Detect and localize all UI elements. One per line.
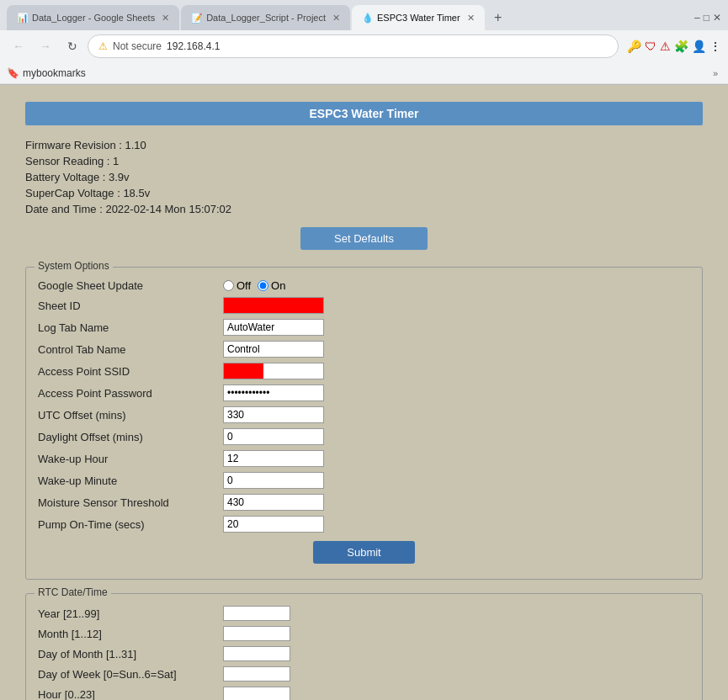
tab-label-3: ESPC3 Water Timer <box>377 13 460 23</box>
ap-ssid-row: Access Point SSID <box>38 363 690 379</box>
info-section: Firmware Revision : 1.10 Sensor Reading … <box>25 139 703 215</box>
supercap-line: SuperCap Voltage : 18.5v <box>25 187 703 199</box>
forward-button[interactable]: → <box>34 34 57 58</box>
utc-label: UTC Offset (mins) <box>38 409 223 422</box>
wakeup-min-input[interactable] <box>223 472 324 489</box>
new-tab-button[interactable]: + <box>486 6 510 29</box>
utc-row: UTC Offset (mins) <box>38 406 690 423</box>
nav-bar: ← → ↻ ⚠ Not secure 192.168.4.1 🔑 🛡 ⚠ 🧩 👤… <box>0 30 728 62</box>
reload-button[interactable]: ↻ <box>61 34 84 58</box>
tab-close-3[interactable]: ✕ <box>467 13 475 24</box>
tab-data-logger-sheets[interactable]: 📊 Data_Logger - Google Sheets ✕ <box>7 5 179 30</box>
tab-bar: 📊 Data_Logger - Google Sheets ✕ 📝 Data_L… <box>0 0 728 30</box>
bookmarks-more[interactable]: » <box>713 68 718 78</box>
not-secure-label: Not secure <box>113 40 162 52</box>
rtc-hour-input[interactable] <box>223 687 290 700</box>
tab-close-1[interactable]: ✕ <box>162 13 169 24</box>
log-tab-input[interactable] <box>223 319 324 336</box>
battery-value: 3.9v <box>109 171 130 183</box>
rtc-year-input[interactable] <box>223 606 290 621</box>
tab-close-2[interactable]: ✕ <box>332 13 340 24</box>
tab-favicon-2: 📝 <box>191 13 203 24</box>
bookmarks-bar: 🔖 mybookmarks » <box>0 62 728 84</box>
rtc-dom-row: Day of Month [1..31] <box>38 646 690 661</box>
sensor-label: Sensor Reading : <box>25 155 109 167</box>
log-tab-label: Log Tab Name <box>38 321 223 334</box>
tab-data-logger-script[interactable]: 📝 Data_Logger_Script - Project ✕ <box>181 5 350 30</box>
datetime-value: 2022-02-14 Mon 15:07:02 <box>105 203 231 215</box>
daylight-input[interactable] <box>223 428 324 445</box>
tab-espc3-water-timer[interactable]: 💧 ESPC3 Water Timer ✕ <box>352 5 485 30</box>
moisture-input[interactable] <box>223 494 324 511</box>
rtc-dom-input[interactable] <box>223 646 290 661</box>
bookmarks-label: mybookmarks <box>23 67 86 79</box>
back-button[interactable]: ← <box>7 34 30 58</box>
battery-line: Battery Voltage : 3.9v <box>25 171 703 183</box>
supercap-value: 18.5v <box>123 187 150 199</box>
alert-icon: ⚠ <box>660 40 671 53</box>
nav-right-icons: 🔑 🛡 ⚠ 🧩 👤 ⋮ <box>627 40 721 53</box>
sheet-id-input[interactable] <box>223 297 324 314</box>
radio-off-label[interactable]: Off <box>223 279 251 292</box>
system-options-legend: System Options <box>35 260 113 272</box>
utc-input[interactable] <box>223 406 324 423</box>
close-button[interactable]: ✕ <box>713 12 721 24</box>
rtc-month-label: Month [1..12] <box>38 628 223 640</box>
radio-on-label[interactable]: On <box>258 279 285 292</box>
tab-favicon-3: 💧 <box>362 13 374 24</box>
wakeup-min-label: Wake-up Minute <box>38 475 223 487</box>
rtc-dow-label: Day of Week [0=Sun..6=Sat] <box>38 668 223 681</box>
restore-button[interactable]: □ <box>704 12 709 24</box>
menu-icon[interactable]: ⋮ <box>709 40 721 53</box>
datetime-label: Date and Time : <box>25 203 103 215</box>
page-title-bar: ESPC3 Water Timer <box>25 102 703 125</box>
pump-label: Pump On-Time (secs) <box>38 518 223 531</box>
pump-row: Pump On-Time (secs) <box>38 516 690 533</box>
rtc-dom-label: Day of Month [1..31] <box>38 648 223 660</box>
sheet-id-row: Sheet ID <box>38 297 690 314</box>
wakeup-min-row: Wake-up Minute <box>38 472 690 489</box>
ap-ssid-input[interactable] <box>223 363 324 379</box>
key-icon: 🔑 <box>627 40 641 53</box>
control-tab-input[interactable] <box>223 341 324 358</box>
set-defaults-button[interactable]: Set Defaults <box>300 227 428 250</box>
radio-on[interactable] <box>258 280 268 291</box>
shield-icon: 🛡 <box>645 40 656 53</box>
url-text: 192.168.4.1 <box>167 40 220 52</box>
wakeup-hour-label: Wake-up Hour <box>38 453 223 465</box>
sensor-value: 1 <box>113 155 119 167</box>
datetime-line: Date and Time : 2022-02-14 Mon 15:07:02 <box>25 203 703 215</box>
wakeup-hour-input[interactable] <box>223 450 324 467</box>
tab-favicon-1: 📊 <box>17 13 29 24</box>
ap-pass-input[interactable] <box>223 384 324 401</box>
ap-pass-label: Access Point Password <box>38 387 223 400</box>
daylight-label: Daylight Offset (mins) <box>38 431 223 443</box>
pump-input[interactable] <box>223 516 324 533</box>
rtc-section: RTC Date/Time Year [21..99] Month [1..12… <box>25 593 703 700</box>
daylight-row: Daylight Offset (mins) <box>38 428 690 445</box>
log-tab-row: Log Tab Name <box>38 319 690 336</box>
moisture-label: Moisture Sensor Threshold <box>38 496 223 509</box>
rtc-legend: RTC Date/Time <box>35 586 111 598</box>
address-bar[interactable]: ⚠ Not secure 192.168.4.1 <box>88 34 619 58</box>
rtc-dow-input[interactable] <box>223 666 290 681</box>
rtc-month-input[interactable] <box>223 626 290 641</box>
radio-on-text: On <box>271 279 285 292</box>
rtc-dow-row: Day of Week [0=Sun..6=Sat] <box>38 666 690 681</box>
firmware-value: 1.10 <box>125 139 146 151</box>
profile-icon[interactable]: 👤 <box>692 40 706 53</box>
extensions-icon[interactable]: 🧩 <box>674 40 688 53</box>
rtc-month-row: Month [1..12] <box>38 626 690 641</box>
radio-off-text: Off <box>236 279 251 292</box>
battery-label: Battery Voltage : <box>25 171 105 183</box>
google-sheet-label: Google Sheet Update <box>38 279 223 292</box>
radio-off[interactable] <box>223 280 234 291</box>
system-submit-button[interactable]: Submit <box>313 541 414 564</box>
control-tab-label: Control Tab Name <box>38 343 223 356</box>
system-options-section: System Options Google Sheet Update Off O… <box>25 267 703 580</box>
firmware-line: Firmware Revision : 1.10 <box>25 139 703 151</box>
wakeup-hour-row: Wake-up Hour <box>38 450 690 467</box>
page-title: ESPC3 Water Timer <box>310 107 419 120</box>
minimize-button[interactable]: – <box>694 12 700 24</box>
tab-label-1: Data_Logger - Google Sheets <box>32 13 155 23</box>
